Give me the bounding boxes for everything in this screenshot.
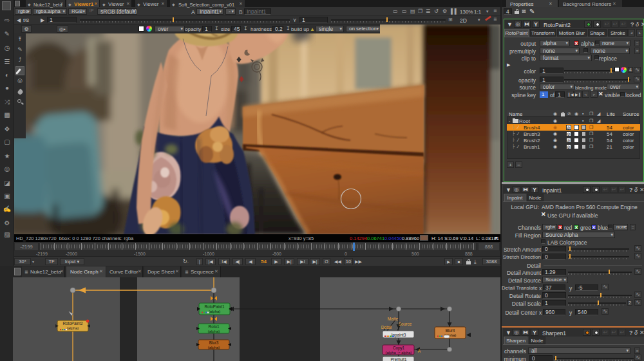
- svg-text:Matte: Matte: [388, 317, 399, 321]
- svg-text:(alpha): (alpha): [209, 310, 221, 313]
- svg-text:RotoPaint2: RotoPaint2: [62, 321, 83, 326]
- svg-text:Blur3: Blur3: [209, 340, 219, 345]
- svg-text:Copy1: Copy1: [393, 346, 405, 351]
- svg-text:RotoPaint1: RotoPaint1: [204, 304, 225, 309]
- svg-text:Source: Source: [399, 322, 412, 326]
- svg-text:Roto1: Roto1: [209, 324, 220, 329]
- svg-text:Detail: Detail: [381, 325, 392, 329]
- svg-text:Blur4: Blur4: [446, 328, 455, 333]
- svg-text:(alpha): (alpha): [67, 326, 79, 330]
- svg-text:Premult1: Premult1: [390, 357, 407, 361]
- svg-text:(alpha): (alpha): [208, 346, 220, 349]
- svg-text:(alpha): (alpha): [208, 329, 220, 333]
- svg-text:(alpha -> alpha): (alpha -> alpha): [386, 351, 412, 355]
- svg-text:A: A: [418, 349, 421, 353]
